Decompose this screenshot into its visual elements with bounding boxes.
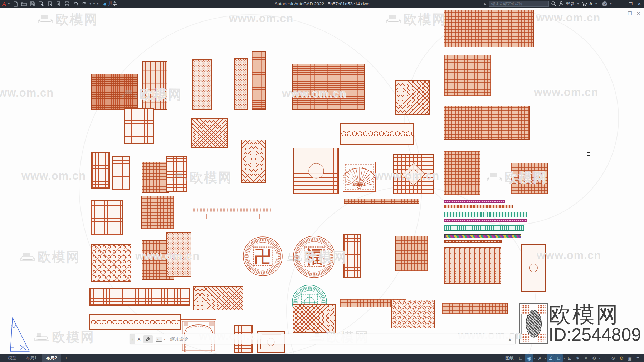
pattern-panel-valance[interactable] — [191, 203, 275, 228]
customization-icon[interactable]: ≡ — [634, 354, 642, 362]
pattern-panel-diamond[interactable] — [395, 80, 430, 115]
pattern-panel-diamond[interactable] — [193, 286, 243, 310]
qat-customize-caret-icon[interactable]: ▾ — [96, 2, 99, 5]
tab-布局1[interactable]: 布局1 — [21, 354, 41, 362]
new-file-button[interactable] — [11, 0, 20, 8]
tab-布局2[interactable]: 布局2 — [42, 354, 62, 362]
pattern-panel-diamond[interactable] — [241, 140, 266, 183]
drawing-canvas[interactable]: — ❐ ✕ 欧模网 ID:2544809 欧模网www.om.cn欧模网www.… — [0, 8, 644, 354]
pattern-panel-medallion[interactable]: 卍 — [243, 236, 283, 277]
command-bar-wrench-icon[interactable] — [143, 335, 153, 343]
pattern-panel-grid[interactable] — [91, 200, 123, 235]
help-caret-icon[interactable]: ▾ — [609, 2, 612, 5]
pattern-panel-idcard[interactable] — [519, 303, 548, 344]
pattern-panel-strip-orange[interactable] — [444, 205, 513, 208]
search-icon[interactable] — [551, 1, 556, 6]
save-as-button[interactable] — [37, 0, 45, 8]
pattern-panel-maze[interactable] — [252, 51, 266, 110]
maximize-button[interactable]: ❐ — [629, 1, 633, 6]
tab-模型[interactable]: 模型 — [4, 354, 21, 362]
pattern-panel-fan[interactable] — [343, 162, 376, 192]
pattern-panel-dense[interactable] — [444, 55, 491, 96]
close-button[interactable]: ✕ — [638, 1, 641, 6]
autodesk-app-caret-icon[interactable]: ▾ — [595, 2, 597, 5]
command-bar-grip[interactable]: ⣿ — [130, 334, 135, 344]
user-icon[interactable] — [558, 1, 564, 6]
workspace-crosshair-icon[interactable]: + — [601, 354, 609, 362]
annotation-scale-icon[interactable]: ⚙ — [590, 354, 598, 362]
pattern-panel-dgrid[interactable] — [444, 247, 501, 284]
pattern-panel-dense[interactable] — [141, 196, 174, 229]
grid-display-icon[interactable]: ∟ — [517, 354, 525, 362]
redo-caret-icon[interactable]: ▾ — [93, 2, 96, 5]
pattern-panel-strip-magenta[interactable] — [444, 200, 505, 203]
pattern-panel-grid[interactable] — [91, 152, 110, 189]
plot-button[interactable] — [45, 0, 54, 8]
clean-screen-icon[interactable]: ▣ — [626, 354, 634, 362]
pattern-panel-dense[interactable] — [344, 199, 419, 204]
pattern-panel-octagon[interactable] — [391, 300, 435, 328]
pattern-panel-grid[interactable] — [89, 288, 190, 306]
isolate-objects-icon[interactable]: ⊙ — [609, 354, 617, 362]
pattern-panel-triangle[interactable] — [4, 316, 38, 354]
app-store-cart-icon[interactable] — [582, 1, 587, 6]
pattern-panel-grid[interactable] — [112, 156, 130, 190]
command-prompt-icon[interactable]: >_ ▾ — [156, 337, 166, 342]
pattern-panel-strip-magenta[interactable] — [444, 219, 527, 222]
dwg-restore-button[interactable]: ❐ — [628, 11, 632, 16]
pattern-panel-dense[interactable] — [442, 303, 508, 314]
pattern-panel-dense[interactable] — [444, 151, 480, 195]
minimize-button[interactable]: — — [619, 1, 624, 6]
pattern-panel-maze[interactable] — [292, 64, 365, 110]
pattern-panel-strip-teal-key[interactable] — [444, 212, 527, 217]
publish-button[interactable] — [54, 0, 63, 8]
polar-tracking-icon[interactable]: ✗ — [536, 354, 544, 362]
pattern-panel-diamond[interactable] — [191, 118, 228, 148]
autocad-logo[interactable]: A — [1, 1, 7, 7]
pattern-panel-organic[interactable] — [192, 59, 212, 110]
command-line-palette[interactable]: ⣿ ✕ >_ ▾ 键入命令 ▲ — [130, 334, 516, 344]
pattern-panel-dense[interactable] — [444, 10, 534, 47]
pattern-panel-chain[interactable] — [89, 314, 181, 330]
undo-caret-icon[interactable]: ▾ — [89, 2, 92, 5]
object-snap-icon[interactable]: □ — [555, 354, 563, 362]
command-bar-close-icon[interactable]: ✕ — [135, 337, 143, 342]
command-history-up-icon[interactable]: ▲ — [508, 337, 515, 341]
share-button[interactable]: 共享 — [102, 1, 117, 7]
polar-tracking-icon-caret[interactable]: ▾ — [544, 357, 546, 360]
search-input[interactable]: 键入关键字或短语 — [489, 1, 549, 7]
new-layout-button[interactable]: + — [62, 355, 70, 362]
pattern-panel-organic[interactable] — [234, 58, 248, 110]
sign-in-button[interactable]: 登录 — [566, 1, 575, 7]
redo-button[interactable] — [80, 0, 88, 8]
pattern-panel-octagon[interactable] — [91, 244, 131, 282]
pattern-panel-window[interactable] — [293, 148, 339, 194]
paper-space-button[interactable]: 图纸 — [502, 355, 517, 361]
infocenter-collapse-icon[interactable]: ▶ — [484, 2, 487, 6]
autodesk-app-icon[interactable]: A — [589, 1, 592, 6]
pattern-panel-chain[interactable] — [340, 123, 414, 145]
selection-cycling-icon[interactable]: ⊡ — [566, 354, 574, 362]
snap-mode-icon[interactable]: ◉ — [525, 354, 533, 362]
annotation-visibility-icon[interactable]: ✶ — [574, 354, 582, 362]
pattern-panel-strip-orange[interactable] — [444, 240, 502, 243]
pattern-panel-grid[interactable] — [124, 108, 154, 144]
command-input[interactable]: 键入命令 — [170, 336, 508, 342]
dwg-minimize-button[interactable]: — — [618, 11, 623, 16]
pattern-panel-dense[interactable] — [142, 162, 169, 193]
sign-in-caret-icon[interactable]: ▾ — [577, 2, 580, 5]
annotation-autoscale-icon[interactable]: ✴ — [582, 354, 590, 362]
pattern-panel-dense[interactable] — [395, 236, 428, 271]
workspace-switching-icon[interactable]: ⚙ — [618, 354, 625, 362]
object-snap-icon-caret[interactable]: ▾ — [563, 357, 565, 360]
isodraft-icon[interactable]: ∠ — [547, 354, 555, 362]
undo-button[interactable] — [71, 0, 80, 8]
print-button[interactable] — [63, 0, 71, 8]
dwg-close-button[interactable]: ✕ — [636, 11, 640, 16]
pattern-panel-strip-teal-sq[interactable] — [444, 225, 524, 231]
pattern-panel-dense[interactable] — [444, 106, 530, 140]
save-button[interactable] — [28, 0, 37, 8]
help-icon[interactable]: ? — [602, 1, 607, 6]
annotation-scale-icon-caret[interactable]: ▾ — [599, 357, 601, 360]
command-prompt-caret-icon[interactable]: ▾ — [163, 338, 166, 341]
